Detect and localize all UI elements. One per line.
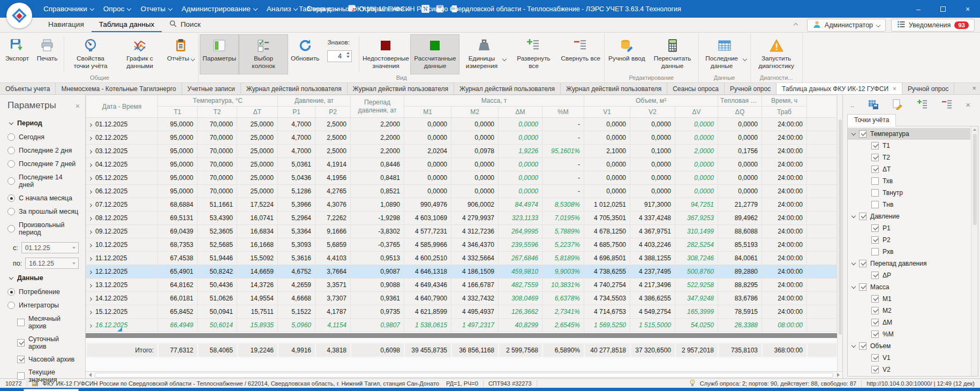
value-cell[interactable]: 0,0000 bbox=[451, 131, 499, 145]
value-cell[interactable]: 4 367,9751 bbox=[630, 225, 675, 238]
checkbox-icon[interactable] bbox=[871, 142, 879, 149]
close-tab-icon[interactable]: × bbox=[893, 85, 896, 93]
value-cell[interactable]: 0,9087 bbox=[351, 265, 404, 279]
checkbox-icon[interactable] bbox=[871, 177, 879, 185]
date-cell[interactable]: 08.12.2025 bbox=[86, 212, 158, 225]
value-cell[interactable]: 4 312,7236 bbox=[451, 225, 499, 238]
ribbon-tab-2[interactable]: Поиск bbox=[162, 18, 208, 32]
value-cell[interactable]: 4,2765 bbox=[315, 185, 351, 198]
value-cell[interactable]: 0,9513 bbox=[351, 252, 404, 265]
print-button[interactable]: Печать bbox=[32, 34, 62, 74]
value-cell[interactable]: 4,1154 bbox=[315, 319, 351, 332]
table-row[interactable]: 16.12.202566,494950,601415,89355,09604,1… bbox=[86, 319, 837, 332]
value-cell[interactable]: 4 646,1318 bbox=[404, 265, 451, 279]
vertical-scrollbar-thumb[interactable] bbox=[839, 119, 842, 335]
refresh-button[interactable]: Обновить bbox=[288, 34, 322, 74]
expand-all-button[interactable] bbox=[917, 99, 928, 110]
menu-item-3[interactable]: Администрирование bbox=[177, 0, 262, 18]
value-cell[interactable]: 84,4974 bbox=[499, 198, 542, 212]
doc-tab-0[interactable]: Объекты учета bbox=[0, 83, 56, 94]
calc-button[interactable]: Пересчитать данные bbox=[648, 34, 697, 74]
value-cell[interactable]: 95,1601% bbox=[542, 145, 584, 158]
column-sub-3-2[interactable]: ΔМ bbox=[499, 107, 542, 118]
scroll-left-icon[interactable] bbox=[87, 373, 93, 377]
notifications-button[interactable]: Уведомления 93 bbox=[891, 19, 975, 32]
value-cell[interactable]: 3,3571 bbox=[315, 279, 351, 292]
table-row[interactable]: 03.12.202595,000070,000025,00004,70002,5… bbox=[86, 145, 837, 158]
value-cell[interactable]: 0,0000 bbox=[675, 118, 718, 131]
close-button[interactable]: × bbox=[955, 0, 980, 18]
checkbox-icon[interactable] bbox=[871, 236, 879, 244]
value-cell[interactable]: 52,3605 bbox=[198, 225, 237, 238]
date-cell[interactable]: 13.12.2025 bbox=[86, 279, 158, 292]
doc-tab-5[interactable]: Журнал действий пользователя bbox=[454, 83, 561, 94]
period-option-3[interactable]: Последние 14 дней bbox=[7, 174, 79, 189]
archive-checkbox-1[interactable]: Суточный архив bbox=[17, 335, 79, 350]
more-button[interactable]: .. bbox=[850, 101, 854, 109]
column-header-date[interactable]: Дата - Время bbox=[86, 95, 158, 118]
value-cell[interactable]: - bbox=[542, 131, 584, 145]
row-expander-icon[interactable] bbox=[88, 163, 92, 167]
value-cell[interactable]: 308,7246 bbox=[675, 252, 718, 265]
row-expander-icon[interactable] bbox=[88, 311, 92, 314]
value-cell[interactable]: 4 714,6753 bbox=[584, 305, 630, 319]
horizontal-scrollbar-thumb[interactable] bbox=[95, 373, 833, 378]
value-cell[interactable]: 53,4390 bbox=[198, 212, 237, 225]
value-cell[interactable]: 83,6786 bbox=[718, 292, 762, 305]
column-sub-3-1[interactable]: М2 bbox=[451, 107, 499, 118]
value-cell[interactable]: 24:00:00 bbox=[762, 279, 807, 292]
value-cell[interactable]: 65,8452 bbox=[158, 305, 198, 319]
value-cell[interactable]: 4 738,6255 bbox=[584, 265, 630, 279]
tree-group-0[interactable]: Температура bbox=[848, 128, 970, 140]
row-expander-icon[interactable] bbox=[88, 177, 92, 181]
row-expander-icon[interactable] bbox=[88, 270, 92, 274]
value-cell[interactable]: 25,0000 bbox=[237, 145, 278, 158]
row-expander-icon[interactable] bbox=[88, 284, 92, 288]
tree-item-3-0[interactable]: М1 bbox=[848, 293, 970, 305]
edit-button[interactable] bbox=[892, 99, 903, 110]
value-cell[interactable]: 310,1499 bbox=[675, 225, 718, 238]
tree-item-1-1[interactable]: Р2 bbox=[848, 234, 970, 246]
value-cell[interactable]: 7,2262 bbox=[315, 212, 351, 225]
value-cell[interactable]: 0,0000 bbox=[499, 158, 542, 171]
value-cell[interactable]: 2,7341% bbox=[542, 305, 584, 319]
value-cell[interactable]: 2,2000 bbox=[351, 145, 404, 158]
value-cell[interactable]: 0,8521 bbox=[351, 185, 404, 198]
value-cell[interactable]: 0,0000 bbox=[451, 158, 499, 171]
value-cell[interactable]: 24:00:00 bbox=[762, 305, 807, 319]
value-cell[interactable]: 4 403,2246 bbox=[630, 238, 675, 252]
date-to-combo[interactable]: 16.12.25 bbox=[25, 258, 79, 269]
value-cell[interactable]: 0,0000 bbox=[630, 118, 675, 131]
value-cell[interactable]: 68,7353 bbox=[158, 238, 198, 252]
value-cell[interactable]: 482,7559 bbox=[499, 279, 542, 292]
value-cell[interactable]: 2,5000 bbox=[315, 131, 351, 145]
value-cell[interactable]: 70,0000 bbox=[198, 158, 237, 171]
value-cell[interactable]: 4 685,7500 bbox=[584, 238, 630, 252]
tree-item-3-1[interactable]: М2 bbox=[848, 305, 970, 317]
checkbox-icon[interactable] bbox=[871, 248, 879, 255]
greensq-button[interactable]: Рассчитанные данные bbox=[410, 34, 459, 74]
value-cell[interactable]: 5,2964 bbox=[278, 212, 315, 225]
value-cell[interactable]: 4 279,9937 bbox=[451, 212, 499, 225]
value-cell[interactable]: 9,9003% bbox=[542, 265, 584, 279]
value-cell[interactable]: 4 186,1509 bbox=[451, 265, 499, 279]
value-cell[interactable]: 51,0626 bbox=[198, 292, 237, 305]
value-cell[interactable]: 0,0000 bbox=[630, 171, 675, 185]
value-cell[interactable]: 4 696,8501 bbox=[584, 252, 630, 265]
column-sub-4-1[interactable]: V2 bbox=[630, 107, 675, 118]
tree-item-0-0[interactable]: Т1 bbox=[848, 140, 970, 152]
value-cell[interactable]: 4 603,1069 bbox=[404, 212, 451, 225]
value-cell[interactable]: 0,0000 bbox=[499, 185, 542, 198]
chevron-down-icon[interactable] bbox=[851, 343, 856, 348]
menu-item-1[interactable]: Опрос bbox=[99, 0, 136, 18]
ribbon-tab-0[interactable]: Навигация bbox=[41, 18, 92, 32]
value-cell[interactable]: 24:00:00 bbox=[762, 171, 807, 185]
value-cell[interactable]: 24:00:00 bbox=[762, 158, 807, 171]
manual-button[interactable]: Ручной ввод bbox=[606, 34, 647, 74]
value-cell[interactable]: 0,9807 bbox=[351, 319, 404, 332]
row-expander-icon[interactable] bbox=[88, 190, 92, 194]
value-cell[interactable]: 15,8935 bbox=[237, 319, 278, 332]
value-cell[interactable]: 50,8242 bbox=[198, 265, 237, 279]
checkbox-icon[interactable] bbox=[871, 189, 879, 197]
value-cell[interactable]: 24:00:00 bbox=[762, 238, 807, 252]
